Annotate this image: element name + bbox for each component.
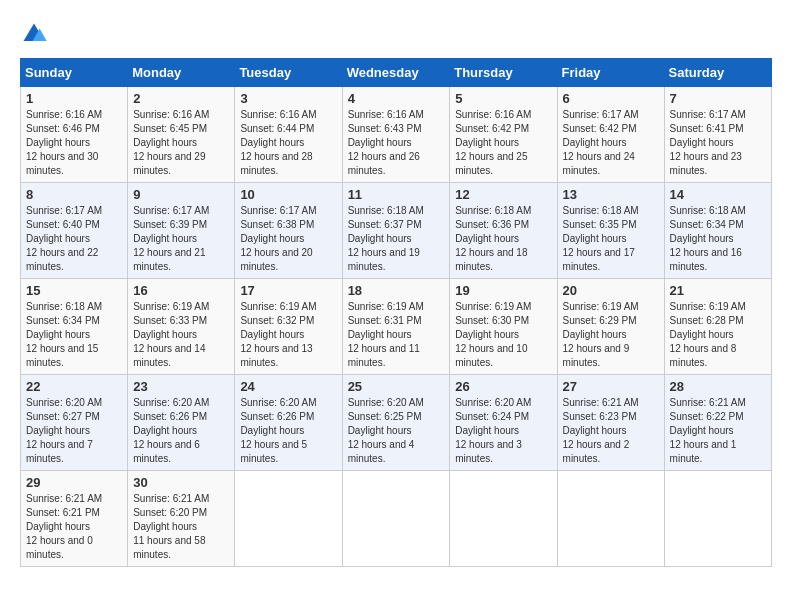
day-cell-17: 17 Sunrise: 6:19 AM Sunset: 6:32 PM Dayl… <box>235 279 342 375</box>
week-row-2: 15 Sunrise: 6:18 AM Sunset: 6:34 PM Dayl… <box>21 279 772 375</box>
day-number: 25 <box>348 379 445 394</box>
day-number: 15 <box>26 283 122 298</box>
day-number: 20 <box>563 283 659 298</box>
day-number: 5 <box>455 91 551 106</box>
day-number: 28 <box>670 379 766 394</box>
day-number: 8 <box>26 187 122 202</box>
page-header <box>20 20 772 48</box>
day-cell-10: 10 Sunrise: 6:17 AM Sunset: 6:38 PM Dayl… <box>235 183 342 279</box>
day-cell-16: 16 Sunrise: 6:19 AM Sunset: 6:33 PM Dayl… <box>128 279 235 375</box>
day-number: 11 <box>348 187 445 202</box>
logo <box>20 20 52 48</box>
day-info: Sunrise: 6:16 AM Sunset: 6:44 PM Dayligh… <box>240 108 336 178</box>
day-cell-11: 11 Sunrise: 6:18 AM Sunset: 6:37 PM Dayl… <box>342 183 450 279</box>
day-cell-27: 27 Sunrise: 6:21 AM Sunset: 6:23 PM Dayl… <box>557 375 664 471</box>
header-monday: Monday <box>128 59 235 87</box>
day-info: Sunrise: 6:19 AM Sunset: 6:32 PM Dayligh… <box>240 300 336 370</box>
day-info: Sunrise: 6:20 AM Sunset: 6:26 PM Dayligh… <box>133 396 229 466</box>
day-number: 24 <box>240 379 336 394</box>
day-info: Sunrise: 6:16 AM Sunset: 6:43 PM Dayligh… <box>348 108 445 178</box>
day-number: 16 <box>133 283 229 298</box>
day-number: 22 <box>26 379 122 394</box>
day-number: 30 <box>133 475 229 490</box>
week-row-1: 8 Sunrise: 6:17 AM Sunset: 6:40 PM Dayli… <box>21 183 772 279</box>
day-number: 21 <box>670 283 766 298</box>
day-info: Sunrise: 6:20 AM Sunset: 6:27 PM Dayligh… <box>26 396 122 466</box>
empty-cell <box>557 471 664 567</box>
header-friday: Friday <box>557 59 664 87</box>
empty-cell <box>235 471 342 567</box>
day-info: Sunrise: 6:17 AM Sunset: 6:38 PM Dayligh… <box>240 204 336 274</box>
day-info: Sunrise: 6:19 AM Sunset: 6:30 PM Dayligh… <box>455 300 551 370</box>
day-info: Sunrise: 6:17 AM Sunset: 6:39 PM Dayligh… <box>133 204 229 274</box>
day-number: 14 <box>670 187 766 202</box>
day-info: Sunrise: 6:17 AM Sunset: 6:42 PM Dayligh… <box>563 108 659 178</box>
day-cell-8: 8 Sunrise: 6:17 AM Sunset: 6:40 PM Dayli… <box>21 183 128 279</box>
day-number: 12 <box>455 187 551 202</box>
day-cell-29: 29 Sunrise: 6:21 AM Sunset: 6:21 PM Dayl… <box>21 471 128 567</box>
day-cell-21: 21 Sunrise: 6:19 AM Sunset: 6:28 PM Dayl… <box>664 279 771 375</box>
day-info: Sunrise: 6:19 AM Sunset: 6:31 PM Dayligh… <box>348 300 445 370</box>
day-number: 13 <box>563 187 659 202</box>
day-number: 23 <box>133 379 229 394</box>
day-number: 18 <box>348 283 445 298</box>
empty-cell <box>450 471 557 567</box>
day-info: Sunrise: 6:17 AM Sunset: 6:40 PM Dayligh… <box>26 204 122 274</box>
day-cell-2: 2 Sunrise: 6:16 AM Sunset: 6:45 PM Dayli… <box>128 87 235 183</box>
day-info: Sunrise: 6:18 AM Sunset: 6:37 PM Dayligh… <box>348 204 445 274</box>
day-cell-7: 7 Sunrise: 6:17 AM Sunset: 6:41 PM Dayli… <box>664 87 771 183</box>
day-info: Sunrise: 6:18 AM Sunset: 6:34 PM Dayligh… <box>26 300 122 370</box>
header-row: SundayMondayTuesdayWednesdayThursdayFrid… <box>21 59 772 87</box>
day-cell-24: 24 Sunrise: 6:20 AM Sunset: 6:26 PM Dayl… <box>235 375 342 471</box>
empty-cell <box>342 471 450 567</box>
day-cell-4: 4 Sunrise: 6:16 AM Sunset: 6:43 PM Dayli… <box>342 87 450 183</box>
day-number: 6 <box>563 91 659 106</box>
day-info: Sunrise: 6:21 AM Sunset: 6:20 PM Dayligh… <box>133 492 229 562</box>
day-info: Sunrise: 6:21 AM Sunset: 6:22 PM Dayligh… <box>670 396 766 466</box>
header-saturday: Saturday <box>664 59 771 87</box>
day-cell-12: 12 Sunrise: 6:18 AM Sunset: 6:36 PM Dayl… <box>450 183 557 279</box>
day-cell-5: 5 Sunrise: 6:16 AM Sunset: 6:42 PM Dayli… <box>450 87 557 183</box>
day-number: 9 <box>133 187 229 202</box>
day-info: Sunrise: 6:18 AM Sunset: 6:36 PM Dayligh… <box>455 204 551 274</box>
day-info: Sunrise: 6:19 AM Sunset: 6:33 PM Dayligh… <box>133 300 229 370</box>
day-cell-13: 13 Sunrise: 6:18 AM Sunset: 6:35 PM Dayl… <box>557 183 664 279</box>
day-cell-14: 14 Sunrise: 6:18 AM Sunset: 6:34 PM Dayl… <box>664 183 771 279</box>
day-info: Sunrise: 6:21 AM Sunset: 6:21 PM Dayligh… <box>26 492 122 562</box>
day-info: Sunrise: 6:17 AM Sunset: 6:41 PM Dayligh… <box>670 108 766 178</box>
week-row-0: 1 Sunrise: 6:16 AM Sunset: 6:46 PM Dayli… <box>21 87 772 183</box>
day-info: Sunrise: 6:16 AM Sunset: 6:45 PM Dayligh… <box>133 108 229 178</box>
day-number: 26 <box>455 379 551 394</box>
header-sunday: Sunday <box>21 59 128 87</box>
day-cell-28: 28 Sunrise: 6:21 AM Sunset: 6:22 PM Dayl… <box>664 375 771 471</box>
day-cell-23: 23 Sunrise: 6:20 AM Sunset: 6:26 PM Dayl… <box>128 375 235 471</box>
day-number: 4 <box>348 91 445 106</box>
header-tuesday: Tuesday <box>235 59 342 87</box>
day-cell-30: 30 Sunrise: 6:21 AM Sunset: 6:20 PM Dayl… <box>128 471 235 567</box>
day-number: 2 <box>133 91 229 106</box>
day-cell-9: 9 Sunrise: 6:17 AM Sunset: 6:39 PM Dayli… <box>128 183 235 279</box>
day-info: Sunrise: 6:19 AM Sunset: 6:28 PM Dayligh… <box>670 300 766 370</box>
day-cell-18: 18 Sunrise: 6:19 AM Sunset: 6:31 PM Dayl… <box>342 279 450 375</box>
header-thursday: Thursday <box>450 59 557 87</box>
day-info: Sunrise: 6:18 AM Sunset: 6:34 PM Dayligh… <box>670 204 766 274</box>
week-row-4: 29 Sunrise: 6:21 AM Sunset: 6:21 PM Dayl… <box>21 471 772 567</box>
calendar-table: SundayMondayTuesdayWednesdayThursdayFrid… <box>20 58 772 567</box>
day-number: 29 <box>26 475 122 490</box>
day-cell-1: 1 Sunrise: 6:16 AM Sunset: 6:46 PM Dayli… <box>21 87 128 183</box>
day-info: Sunrise: 6:20 AM Sunset: 6:25 PM Dayligh… <box>348 396 445 466</box>
empty-cell <box>664 471 771 567</box>
day-info: Sunrise: 6:16 AM Sunset: 6:42 PM Dayligh… <box>455 108 551 178</box>
day-number: 27 <box>563 379 659 394</box>
day-number: 1 <box>26 91 122 106</box>
day-info: Sunrise: 6:18 AM Sunset: 6:35 PM Dayligh… <box>563 204 659 274</box>
day-cell-6: 6 Sunrise: 6:17 AM Sunset: 6:42 PM Dayli… <box>557 87 664 183</box>
day-cell-19: 19 Sunrise: 6:19 AM Sunset: 6:30 PM Dayl… <box>450 279 557 375</box>
day-info: Sunrise: 6:19 AM Sunset: 6:29 PM Dayligh… <box>563 300 659 370</box>
day-cell-26: 26 Sunrise: 6:20 AM Sunset: 6:24 PM Dayl… <box>450 375 557 471</box>
day-cell-15: 15 Sunrise: 6:18 AM Sunset: 6:34 PM Dayl… <box>21 279 128 375</box>
logo-icon <box>20 20 48 48</box>
day-info: Sunrise: 6:16 AM Sunset: 6:46 PM Dayligh… <box>26 108 122 178</box>
day-number: 10 <box>240 187 336 202</box>
day-number: 3 <box>240 91 336 106</box>
